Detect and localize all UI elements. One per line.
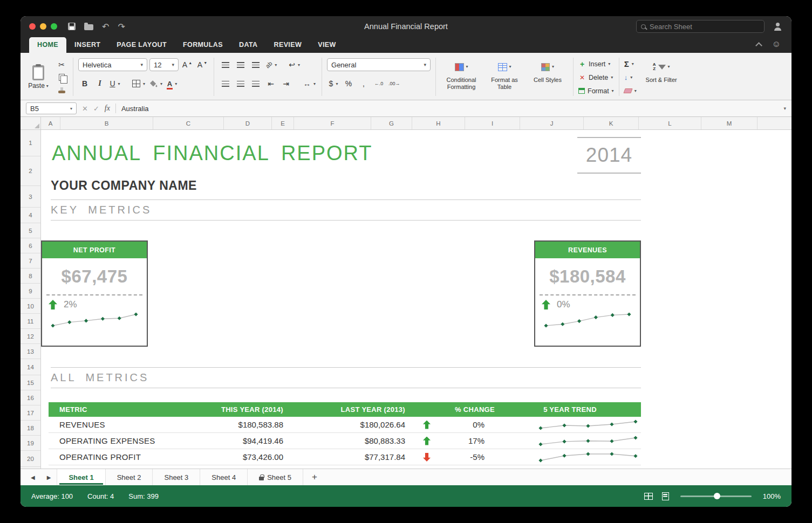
underline-button[interactable]: U [108,77,121,90]
sheet-tab-1[interactable]: Sheet 1 [57,469,105,485]
tab-formulas[interactable]: FORMULAS [175,37,231,53]
clear-button[interactable]: ▾ [624,85,637,97]
column-header-F[interactable]: F [294,117,371,129]
paste-button[interactable]: Paste▾ [25,65,52,90]
row-header-15[interactable]: 15 [21,375,40,390]
column-header-C[interactable]: C [153,117,224,129]
open-folder-icon[interactable] [84,24,93,30]
italic-button[interactable]: I [93,77,106,90]
sheet-tab-3[interactable]: Sheet 3 [153,469,200,485]
row-header-7[interactable]: 7 [21,253,40,269]
column-header-J[interactable]: J [520,117,584,129]
row-header-12[interactable]: 12 [21,329,40,344]
fill-color-button[interactable] [148,77,163,90]
undo-icon[interactable]: ↶ [102,22,109,32]
enter-icon[interactable]: ✓ [93,105,99,113]
column-header-I[interactable]: I [465,117,520,129]
search-input[interactable] [650,23,760,31]
font-color-button[interactable]: A [166,77,179,90]
row-header-19[interactable]: 19 [21,436,40,451]
next-sheet-icon[interactable]: ▶ [41,469,57,485]
bold-button[interactable]: B [78,77,91,90]
decrease-font-button[interactable]: A▼ [196,58,209,71]
zoom-knob[interactable] [714,493,720,499]
percent-button[interactable]: % [342,77,355,90]
column-header-K[interactable]: K [584,117,639,129]
close-button[interactable] [29,23,36,30]
wrap-text-button[interactable]: ↩ [288,58,301,71]
insert-function-icon[interactable]: fx [105,104,110,113]
tab-insert[interactable]: INSERT [66,37,108,53]
column-header-A[interactable]: A [41,117,60,129]
formula-input[interactable]: Australia [121,105,149,113]
font-size-select[interactable]: 12 [149,58,179,71]
row-header-18[interactable]: 18 [21,421,40,436]
align-center-button[interactable] [234,77,247,90]
font-name-select[interactable]: Helvetica [78,58,147,71]
sheet-tab-4[interactable]: Sheet 4 [200,469,248,485]
column-header-B[interactable]: B [60,117,153,129]
formula-bar-expand-icon[interactable]: ▾ [783,106,786,111]
table-row[interactable]: OPERATING EXPENSES $94,419.46 $80,883.33… [49,433,641,449]
orientation-button[interactable]: ab [264,58,278,71]
row-header-10[interactable]: 10 [21,299,40,314]
row-header-14[interactable]: 14 [21,359,40,375]
row-header-11[interactable]: 11 [21,314,40,329]
increase-decimal-button[interactable]: ←.0 [372,77,385,90]
increase-font-button[interactable]: A▲ [181,58,194,71]
copy-button[interactable] [55,72,68,83]
cell-styles-button[interactable]: ▾ Cell Styles [527,58,568,97]
merge-center-button[interactable]: ↔ [302,77,317,90]
format-as-table-button[interactable]: ▾ Format as Table [484,58,525,97]
fill-button[interactable]: ↓▾ [624,71,637,84]
prev-sheet-icon[interactable]: ◀ [25,469,41,485]
align-left-button[interactable] [219,77,232,90]
cut-button[interactable]: ✂ [55,59,68,70]
row-header-8[interactable]: 8 [21,269,40,284]
comma-style-button[interactable]: , [357,77,370,90]
decrease-indent-button[interactable]: ⇤ [264,77,277,90]
insert-cells-button[interactable]: + Insert▾ [578,58,614,70]
row-header-2[interactable]: 2 [21,156,40,186]
align-top-button[interactable] [219,58,232,71]
format-cells-button[interactable]: Format▾ [578,85,614,97]
column-header-G[interactable]: G [371,117,412,129]
increase-indent-button[interactable]: ⇥ [279,77,292,90]
table-row[interactable]: OPERATING PROFIT $73,426.00 $77,317.84 -… [49,449,641,465]
format-painter-button[interactable] [55,85,68,96]
zoom-window-button[interactable] [51,23,57,30]
sheet-tab-5[interactable]: Sheet 5 [248,469,303,485]
autosum-button[interactable]: Σ▾ [624,58,637,70]
column-header-H[interactable]: H [412,117,465,129]
sheet-canvas[interactable]: ANNUAL FINANCIAL REPORT 2014 YOUR COMPAN… [41,130,791,469]
row-header-16[interactable]: 16 [21,390,40,405]
row-header-13[interactable]: 13 [21,344,40,359]
currency-button[interactable]: $ [327,77,340,90]
delete-cells-button[interactable]: ✕ Delete▾ [578,71,614,84]
collapse-ribbon-icon[interactable] [755,42,762,49]
cancel-icon[interactable]: ✕ [82,105,88,113]
align-middle-button[interactable] [234,58,247,71]
column-header-M[interactable]: M [701,117,758,129]
redo-icon[interactable]: ↷ [118,22,125,32]
tab-view[interactable]: VIEW [310,37,344,53]
add-sheet-button[interactable]: + [303,469,326,485]
minimize-button[interactable] [40,23,46,30]
feedback-smiley-icon[interactable]: ☺ [772,40,781,49]
column-header-E[interactable]: E [272,117,294,129]
share-contact-icon[interactable] [773,23,783,31]
row-header-1[interactable]: 1 [21,130,40,156]
name-box[interactable]: B5 [26,102,77,114]
row-header-4[interactable]: 4 [21,208,40,223]
tab-data[interactable]: DATA [231,37,265,53]
row-header-17[interactable]: 17 [21,405,40,421]
page-layout-view-icon[interactable] [662,492,669,500]
column-header-L[interactable]: L [639,117,701,129]
sheet-tab-2[interactable]: Sheet 2 [106,469,153,485]
decrease-decimal-button[interactable]: .00→ [387,77,401,90]
sort-filter-button[interactable]: AZ▾ Sort & Filter [641,58,682,97]
number-format-select[interactable]: General [327,58,431,71]
row-header-6[interactable]: 6 [21,238,40,253]
align-right-button[interactable] [249,77,262,90]
tab-home[interactable]: HOME [29,37,66,53]
